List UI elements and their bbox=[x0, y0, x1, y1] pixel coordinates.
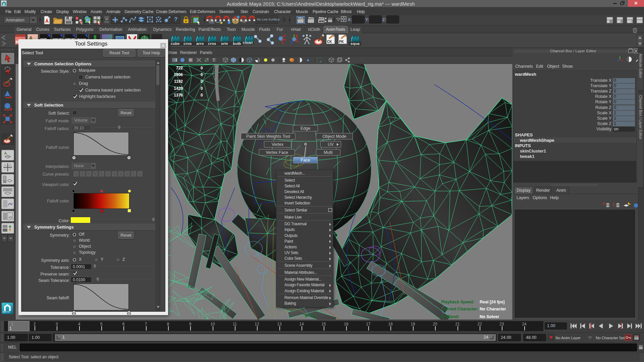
svg-text:T: T bbox=[213, 58, 215, 63]
svg-text:IPR: IPR bbox=[319, 20, 324, 23]
